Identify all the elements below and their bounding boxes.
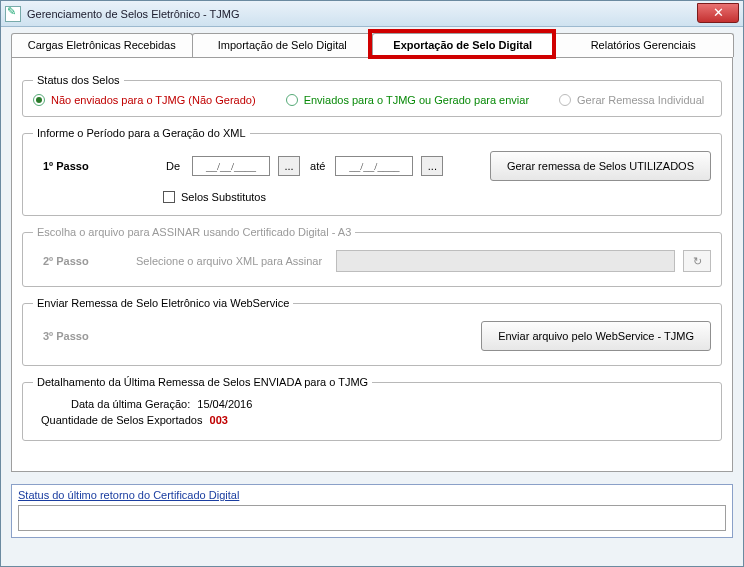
de-label: De [166, 160, 180, 172]
group-status-selos: Status dos Selos Não enviados para o TJM… [22, 74, 722, 117]
window: Gerenciamento de Selos Eletrônico - TJMG… [0, 0, 744, 567]
group-assinar: Escolha o arquivo para ASSINAR usando Ce… [22, 226, 722, 287]
group-detalhamento: Detalhamento da Última Remessa de Selos … [22, 376, 722, 441]
qtd-exportados-label: Quantidade de Selos Exportados [41, 414, 202, 426]
tab-exportacao[interactable]: Exportação de Selo Digital [372, 33, 554, 57]
radio-label-nao-enviados: Não enviados para o TJMG (Não Gerado) [51, 94, 256, 106]
periodo-legend: Informe o Período para a Geração do XML [33, 127, 250, 139]
radio-remessa-individual: Gerar Remessa Individual [559, 94, 704, 106]
status-retorno-title: Status do último retorno do Certificado … [18, 489, 726, 501]
step-1-label: 1º Passo [33, 160, 128, 172]
radio-icon [559, 94, 571, 106]
app-icon [5, 6, 21, 22]
status-retorno-field [18, 505, 726, 531]
data-geracao-label: Data da última Geração: [71, 398, 190, 410]
step-3-label: 3º Passo [33, 330, 128, 342]
qtd-exportados-value: 003 [210, 414, 228, 426]
radio-icon [286, 94, 298, 106]
radio-nao-enviados[interactable]: Não enviados para o TJMG (Não Gerado) [33, 94, 256, 106]
tab-relatorios[interactable]: Relatórios Gerenciais [553, 33, 735, 57]
step-2-label: 2º Passo [33, 255, 128, 267]
group-enviar: Enviar Remessa de Selo Eletrônico via We… [22, 297, 722, 366]
checkbox-icon [163, 191, 175, 203]
enviar-legend: Enviar Remessa de Selo Eletrônico via We… [33, 297, 293, 309]
ate-label: até [310, 160, 325, 172]
status-retorno-box: Status do último retorno do Certificado … [11, 484, 733, 538]
window-title: Gerenciamento de Selos Eletrônico - TJMG [27, 8, 240, 20]
date-to-input[interactable]: __/__/____ [335, 156, 413, 176]
assinar-prompt: Selecione o arquivo XML para Assinar [136, 255, 322, 267]
checkbox-label: Selos Substitutos [181, 191, 266, 203]
assinar-legend: Escolha o arquivo para ASSINAR usando Ce… [33, 226, 355, 238]
date-from-input[interactable]: __/__/____ [192, 156, 270, 176]
tab-row: Cargas Eletrônicas Recebidas Importação … [11, 33, 733, 57]
status-selos-legend: Status dos Selos [33, 74, 124, 86]
date-to-picker[interactable]: ... [421, 156, 443, 176]
tab-panel: Status dos Selos Não enviados para o TJM… [11, 57, 733, 472]
enviar-webservice-button[interactable]: Enviar arquivo pelo WebService - TJMG [481, 321, 711, 351]
radio-label-enviados: Enviados para o TJMG ou Gerado para envi… [304, 94, 529, 106]
close-button[interactable]: ✕ [697, 3, 739, 23]
tab-importacao[interactable]: Importação de Selo Digital [192, 33, 374, 57]
titlebar: Gerenciamento de Selos Eletrônico - TJMG… [1, 1, 743, 27]
radio-label-remessa: Gerar Remessa Individual [577, 94, 704, 106]
radio-icon [33, 94, 45, 106]
checkbox-selos-substitutos[interactable]: Selos Substitutos [163, 191, 266, 203]
gerar-remessa-button[interactable]: Gerar remessa de Selos UTILIZADOS [490, 151, 711, 181]
xml-file-field [336, 250, 675, 272]
date-from-picker[interactable]: ... [278, 156, 300, 176]
radio-enviados[interactable]: Enviados para o TJMG ou Gerado para envi… [286, 94, 529, 106]
tab-cargas[interactable]: Cargas Eletrônicas Recebidas [11, 33, 193, 57]
data-geracao-value: 15/04/2016 [197, 398, 252, 410]
group-periodo: Informe o Período para a Geração do XML … [22, 127, 722, 216]
detalhamento-legend: Detalhamento da Última Remessa de Selos … [33, 376, 372, 388]
browse-icon: ↻ [683, 250, 711, 272]
